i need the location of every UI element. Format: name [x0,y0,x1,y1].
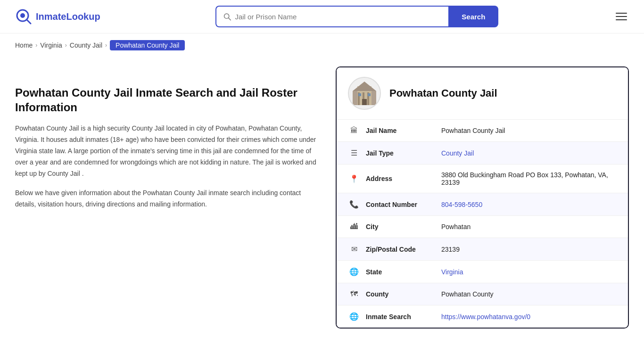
logo-icon [15,8,32,25]
page-description-2: Below we have given information about th… [15,188,317,210]
hamburger-line-1 [616,13,627,14]
state-label: State [366,268,441,276]
chevron-icon-3: › [105,42,107,49]
table-row: 🌐 State Virginia [337,261,628,283]
breadcrumb: Home › Virginia › County Jail › Powhatan… [0,33,644,57]
table-row: 🏛 Jail Name Powhatan County Jail [337,120,628,142]
map-icon: 🗺 [348,290,360,298]
zip-value: 23139 [441,246,617,253]
main-content: Powhatan County Jail Inmate Search and J… [0,57,644,347]
inmate-search-link[interactable]: https://www.powhatanva.gov/0 [441,313,530,321]
logo-text: InmateLookup [36,11,100,22]
contact-label: Contact Number [366,201,441,208]
phone-link[interactable]: 804-598-5650 [441,201,482,208]
chevron-icon-1: › [35,42,37,49]
info-card-header: Powhatan County Jail [337,67,628,120]
page-description-1: Powhatan County Jail is a high security … [15,123,317,179]
search-button[interactable]: Search [448,6,498,27]
svg-rect-12 [358,93,361,96]
jail-type-value: County Jail [441,149,617,157]
location-icon: 📍 [348,174,360,183]
hamburger-line-2 [616,16,627,17]
table-row: 🗺 County Powhatan County [337,283,628,305]
svg-line-2 [27,20,31,24]
search-input-wrapper [215,6,448,27]
breadcrumb-home[interactable]: Home [15,41,33,49]
breadcrumb-virginia[interactable]: Virginia [40,41,62,49]
table-row: 📞 Contact Number 804-598-5650 [337,193,628,216]
table-row: ☰ Jail Type County Jail [337,142,628,165]
contact-value: 804-598-5650 [441,201,617,208]
list-icon: ☰ [348,148,360,157]
county-label: County [366,290,441,298]
state-value: Virginia [441,268,617,276]
menu-button[interactable] [614,11,629,22]
state-link[interactable]: Virginia [441,268,463,276]
hamburger-line-3 [616,19,627,20]
jail-name-header: Powhatan County Jail [389,87,497,99]
phone-icon: 📞 [348,200,360,209]
search-input[interactable] [235,13,442,21]
jail-type-label: Jail Type [366,149,441,157]
table-row: 🏙 City Powhatan [337,216,628,238]
county-value: Powhatan County [441,290,617,298]
left-panel: Powhatan County Jail Inmate Search and J… [15,66,317,210]
inmate-search-value: https://www.powhatanva.gov/0 [441,313,617,321]
table-row: 📍 Address 3880 Old Buckingham Road PO Bo… [337,165,628,193]
search-globe-icon: 🌐 [348,312,360,321]
inmate-search-label: Inmate Search [366,313,441,321]
address-label: Address [366,175,441,182]
globe-icon: 🌐 [348,267,360,276]
info-rows: 🏛 Jail Name Powhatan County Jail ☰ Jail … [337,120,628,328]
mail-icon: ✉ [348,245,360,254]
table-row: 🌐 Inmate Search https://www.powhatanva.g… [337,305,628,328]
city-label: City [366,223,441,230]
jail-building-icon [350,79,379,107]
page-title: Powhatan County Jail Inmate Search and J… [15,85,317,115]
breadcrumb-current: Powhatan County Jail [110,40,185,50]
building-icon: 🏛 [348,126,360,135]
header: InmateLookup Search [0,0,644,33]
jail-name-value: Powhatan County Jail [441,127,617,134]
svg-rect-11 [362,99,367,105]
svg-marker-7 [353,82,376,91]
jail-name-label: Jail Name [366,127,441,134]
svg-point-1 [20,13,25,18]
jail-avatar [348,77,381,110]
search-icon [223,12,231,21]
chevron-icon-2: › [65,42,67,49]
address-value: 3880 Old Buckingham Road PO Box 133, Pow… [441,171,617,186]
city-icon: 🏙 [348,222,360,231]
svg-rect-13 [368,93,371,96]
jail-type-link[interactable]: County Jail [441,149,474,157]
city-value: Powhatan [441,223,617,230]
svg-line-4 [229,18,231,20]
svg-point-3 [224,14,229,18]
info-card: Powhatan County Jail 🏛 Jail Name Powhata… [336,66,629,329]
breadcrumb-county-jail[interactable]: County Jail [70,41,102,49]
logo[interactable]: InmateLookup [15,8,100,25]
zip-label: Zip/Postal Code [366,246,441,253]
table-row: ✉ Zip/Postal Code 23139 [337,238,628,261]
search-bar: Search [215,6,498,27]
